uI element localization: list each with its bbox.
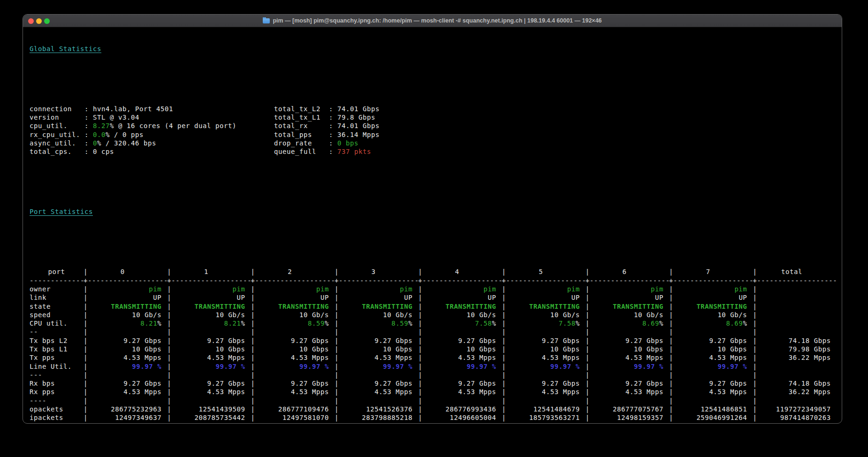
column-separator: | <box>251 311 255 319</box>
cell-value: 36.22 Mpps <box>789 388 831 396</box>
port-table-cell: |286777075767 <box>586 405 669 413</box>
column-separator: | <box>251 388 255 396</box>
port-table-cell: |10 Gb/s <box>84 311 167 319</box>
stat-label: total_pps <box>274 130 329 139</box>
column-separator: | <box>167 396 171 405</box>
close-window-button[interactable] <box>28 18 34 24</box>
column-separator: | <box>84 379 88 388</box>
port-table-cell: | <box>586 396 669 405</box>
column-separator: | <box>418 353 422 362</box>
column-separator: | <box>586 388 590 396</box>
column-separator: | <box>586 353 590 362</box>
port-table-row: Tx bps L1|10 Gbps|10 Gbps|10 Gbps|10 Gbp… <box>23 345 842 353</box>
port-table-cell: |4.53 Mpps <box>335 388 418 396</box>
port-table-cell: |10 Gb/s <box>335 311 418 319</box>
port-table-row-label: link <box>30 293 84 302</box>
column-separator: | <box>167 413 171 422</box>
cell-value: pim <box>567 285 580 293</box>
column-separator: | <box>418 405 422 413</box>
port-table-cell: |9.27 Gbps <box>251 336 335 345</box>
cell-unit: % <box>325 320 329 327</box>
cell-value: pim <box>734 285 747 293</box>
terminal-content[interactable]: Global Statistics connection: hvn4.lab, … <box>23 27 842 424</box>
cell-value: 208785735442 <box>195 414 245 421</box>
cell-value: 9.27 Gbps <box>207 380 245 387</box>
port-table-row-label: CPU util. <box>30 319 84 328</box>
column-separator: | <box>335 311 339 319</box>
port-table-header-cell: |6 <box>586 267 669 276</box>
cell-value: 99.97 % <box>550 363 580 370</box>
column-separator: | <box>251 293 255 302</box>
column-separator: | <box>753 285 757 293</box>
cell-value: TRANSMITTING <box>362 303 412 310</box>
column-separator: | <box>669 405 673 413</box>
stat-label: cpu_util. <box>30 122 84 130</box>
cell-value: TRANSMITTING <box>278 303 329 310</box>
cell-value: 10 Gbps <box>216 345 245 353</box>
port-table-cell: |UP <box>669 293 753 302</box>
minimize-window-button[interactable] <box>36 18 42 24</box>
global-stat-left: version: STL @ v3.04 <box>30 113 274 122</box>
column-separator: | <box>251 379 255 388</box>
port-table-cell: |4.53 Mpps <box>502 388 585 396</box>
port-table-cell: |286776993436 <box>418 405 502 413</box>
port-table-cell: |10 Gb/s <box>167 311 251 319</box>
cell-value: 4.53 Mpps <box>542 388 580 396</box>
port-table-cell: |TRANSMITTING <box>669 302 753 311</box>
cell-value: 9.27 Gbps <box>123 380 161 387</box>
column-separator: | <box>251 285 255 293</box>
port-table-row: opackets|286775232963|12541439509|286777… <box>23 405 842 413</box>
port-table-cell: |185793563271 <box>502 413 585 422</box>
cell-value: 10 Gb/s <box>299 311 329 319</box>
port-table-cell: | <box>502 396 585 405</box>
zoom-window-button[interactable] <box>44 18 50 24</box>
column-separator: | <box>418 422 422 424</box>
port-table-cell: |8.59% <box>251 319 335 328</box>
port-table-cell: |UP <box>167 293 251 302</box>
column-separator: | <box>418 285 422 293</box>
window-titlebar[interactable]: pim — [mosh] pim@squanchy.ipng.ch: /home… <box>23 15 842 27</box>
column-separator: | <box>669 379 673 388</box>
port-table-cell: |9.27 Gbps <box>418 336 502 345</box>
port-table-cell: |99.97 % <box>251 362 335 371</box>
port-table-cell: |12497349637 <box>84 413 167 422</box>
port-table-cell: |UP <box>335 293 418 302</box>
cell-value: 8.69 <box>726 320 743 327</box>
column-separator: | <box>502 379 506 388</box>
cell-value: TRANSMITTING <box>111 303 161 310</box>
cell-value: 12541526376 <box>366 405 412 413</box>
column-separator: | <box>335 379 339 388</box>
column-separator: | <box>669 336 673 345</box>
cell-value: 12497349637 <box>115 414 161 421</box>
column-separator: | <box>251 345 255 353</box>
column-separator: | <box>418 267 422 276</box>
column-separator: | <box>753 353 757 362</box>
port-table-cell: |12496605004 <box>418 413 502 422</box>
column-separator: | <box>84 405 88 413</box>
port-table-cell: |74.18 Gbps <box>753 336 836 345</box>
column-separator: | <box>502 293 506 302</box>
blank-line <box>23 233 842 242</box>
port-table-row: ipackets|12497349637|208785735442|124975… <box>23 413 842 422</box>
cell-value: 4.53 Mpps <box>374 354 412 361</box>
cell-value: UP <box>153 294 161 301</box>
cell-value: 12541486851 <box>700 405 747 413</box>
cell-value: 10 Gb/s <box>216 311 245 319</box>
port-table-cell: |pim <box>84 285 167 293</box>
port-table-cell: | <box>167 371 251 379</box>
port-table-cell: | <box>335 396 418 405</box>
column-separator: | <box>502 396 506 405</box>
column-separator: | <box>167 319 171 328</box>
port-table-row: obytes|20739053512128|3188093560576|2073… <box>23 422 842 424</box>
cell-value: UP <box>237 294 245 301</box>
cell-value: 8.21 <box>140 320 157 327</box>
port-column-title: 2 <box>288 268 292 275</box>
port-table-cell: |pim <box>418 285 502 293</box>
column-separator: | <box>167 353 171 362</box>
column-separator: | <box>251 267 255 276</box>
folder-proxy-icon[interactable] <box>263 18 270 23</box>
port-table-cell: |79.98 Gbps <box>753 345 836 353</box>
cell-value: pim <box>316 285 329 293</box>
port-table-row-label: Tx bps L1 <box>30 345 84 353</box>
port-table-cell: |9.27 Gbps <box>84 336 167 345</box>
